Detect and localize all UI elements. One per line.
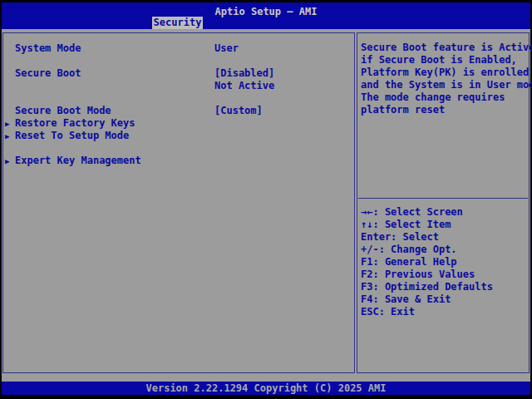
help-text-line: The mode change requires [361,91,505,104]
key-hint-general-help: F1: General Help [361,256,457,268]
submenu-row-restore-factory-keys[interactable]: ▶ Restore Factory Keys [3,117,354,130]
help-text-line: Platform Key(PK) is enrolled [361,66,529,79]
tab-security[interactable]: Security [152,17,203,29]
submenu-label: Restore Factory Keys [15,117,135,130]
submenu-arrow-icon: ▶ [5,155,9,168]
help-text-line: Secure Boot feature is Active [361,42,532,54]
setting-row-secure-boot-status: Not Active [3,80,354,92]
key-hint-enter-select: Enter: Select [361,231,439,244]
help-text-line: platform reset [361,104,445,116]
bios-setup-screen: Aptio Setup – AMI Security System Mode U… [0,0,532,399]
app-title: Aptio Setup – AMI [2,6,530,17]
key-hint-select-screen: →←: Select Screen [361,206,463,219]
setting-row-system-mode[interactable]: System Mode User [3,42,354,55]
version-bar: Version 2.22.1294 Copyright (C) 2025 AMI [2,382,530,395]
setting-value: User [214,42,239,55]
key-hint-save-exit: F4: Save & Exit [361,293,451,306]
setting-label: Secure Boot Mode [15,105,111,117]
setup-body: System Mode User Secure Boot [Disabled] … [2,29,530,382]
options-panel: System Mode User Secure Boot [Disabled] … [2,32,355,373]
key-hint-select-item: ↑↓: Select Item [361,219,451,231]
setting-label: Secure Boot [15,67,81,80]
header-band: Aptio Setup – AMI Security [2,2,530,29]
submenu-arrow-icon: ▶ [5,118,9,131]
key-hint-esc-exit: ESC: Exit [361,306,415,318]
submenu-arrow-icon: ▶ [5,131,9,143]
key-hint-change-opt: +/-: Change Opt. [361,244,457,256]
help-text-line: and the System is in User mode. [361,79,532,91]
submenu-row-reset-to-setup-mode[interactable]: ▶ Reset To Setup Mode [3,130,354,142]
setting-label: System Mode [15,42,81,55]
key-hint-optimized-defaults: F3: Optimized Defaults [361,281,493,293]
help-text-line: if Secure Boot is Enabled, [361,54,517,66]
status-text: Not Active [214,80,274,92]
setting-value: [Disabled] [214,67,274,80]
help-panel: Secure Boot feature is Active if Secure … [357,32,530,373]
key-hint-previous-values: F2: Previous Values [361,268,475,281]
setting-row-secure-boot[interactable]: Secure Boot [Disabled] [3,67,354,80]
setting-value: [Custom] [214,105,263,117]
setting-row-secure-boot-mode[interactable]: Secure Boot Mode [Custom] [3,105,354,117]
help-panel-divider [358,198,528,199]
submenu-row-expert-key-management[interactable]: ▶ Expert Key Management [3,155,354,167]
submenu-label: Reset To Setup Mode [15,130,129,142]
submenu-label: Expert Key Management [15,155,141,167]
